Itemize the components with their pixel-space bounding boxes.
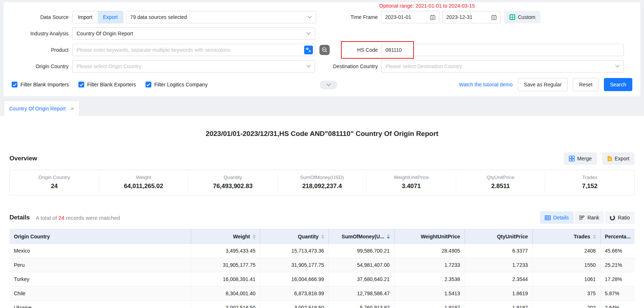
sort-icon (321, 234, 324, 239)
chevron-down-icon (615, 65, 620, 68)
tab-label: Country Of Origin Report (9, 106, 66, 112)
view-button-label: Rank (587, 215, 600, 221)
collapse-filters-button[interactable] (320, 81, 337, 89)
sort-icon (593, 234, 596, 239)
merge-button[interactable]: Merge (564, 152, 597, 165)
calendar-icon (430, 15, 435, 20)
table-row[interactable]: Peru31,905,177.7531,905,177.7554,981,407… (9, 258, 635, 272)
view-button-label: Details (553, 215, 569, 221)
table-header-row: Origin Country Weight Quantity SumOfMone… (9, 229, 635, 244)
export-toggle[interactable]: Export (98, 11, 123, 23)
reset-button[interactable]: Reset (573, 78, 599, 91)
custom-icon (509, 14, 515, 20)
records-matched-text: A total of24records were matched (36, 215, 120, 221)
svg-text:A: A (309, 49, 311, 53)
custom-range-button[interactable]: Custom (504, 11, 540, 23)
stat-weight-unit-price: WeightUnitPrice3.4071 (366, 174, 456, 191)
origin-country-label: Origin Country (12, 63, 69, 69)
merge-icon (569, 156, 575, 161)
sort-icon (253, 234, 256, 239)
end-date-value: 2023-12-31 (446, 14, 473, 20)
end-date-input[interactable]: 2023-12-31 (442, 11, 501, 23)
overview-heading: Overview (9, 155, 37, 162)
custom-button-label: Custom (518, 14, 535, 20)
stat-weight: Weight64,011,265.02 (99, 174, 188, 191)
tutorial-link[interactable]: Watch the tutorial demo (459, 82, 512, 87)
table-row[interactable]: Mexico3,495,433.4515,713,473.3699,586,70… (9, 244, 635, 258)
col-weight[interactable]: Weight (191, 229, 260, 244)
row-industry-analysis: Industry Analysis Country Of Origin Repo… (12, 27, 632, 40)
records-count: 24 (57, 215, 66, 221)
checkbox-checked-icon (146, 82, 151, 87)
view-rank-button[interactable]: Rank (575, 211, 604, 224)
view-ratio-button[interactable]: Ratio (605, 211, 635, 224)
data-source-select-value: 79 data sources selected (130, 14, 187, 20)
origin-country-placeholder: Please select Origin Country (77, 63, 141, 69)
table-row[interactable]: Chile8,304,001.406,873,818.9912,798,586.… (9, 286, 635, 301)
optional-range-hint: Optional range: 2021-01-01 to 2024-03-15 (379, 3, 475, 9)
col-trades[interactable]: Trades (532, 229, 600, 244)
table-row[interactable]: Ukraine3,002,518.503,002,518.505,760,913… (9, 301, 635, 308)
col-qty-unit-price: QtyUnitPrice (465, 229, 532, 244)
industry-analysis-value: Country Of Origin Report (77, 31, 133, 36)
import-toggle[interactable]: Import (73, 11, 98, 23)
translate-icon[interactable]: A (304, 46, 313, 54)
export-file-icon (607, 156, 612, 161)
data-source-toggle: Import Export (72, 11, 123, 23)
hs-code-input[interactable] (381, 44, 624, 56)
filter-blank-exporters-checkbox[interactable]: Filter Blank Exporters (78, 82, 136, 87)
donut-chart-icon (610, 215, 615, 221)
filter-panel: Optional range: 2021-01-01 to 2024-03-15… (4, 2, 640, 96)
product-label: Product (12, 47, 69, 53)
data-source-select[interactable]: 79 data sources selected (126, 11, 316, 23)
search-button[interactable]: Search (604, 78, 632, 91)
chevron-down-icon (306, 32, 311, 35)
table-icon (545, 215, 551, 220)
start-date-value: 2023-01-01 (385, 14, 411, 20)
time-frame-label: Time Frame (315, 14, 378, 20)
details-heading: Details (9, 214, 30, 221)
chevron-down-icon (306, 65, 311, 68)
stat-sum-of-money: SumOfMoney(USD)218,092,237.4 (277, 174, 366, 191)
industry-analysis-select[interactable]: Country Of Origin Report (72, 27, 315, 40)
col-weight-unit-price: WeightUnitPrice (394, 229, 465, 244)
col-quantity[interactable]: Quantity (260, 229, 329, 244)
filter-blank-importers-checkbox[interactable]: Filter Blank Importers (12, 82, 69, 87)
export-button[interactable]: Export (602, 152, 635, 165)
hs-code-label: HS Code (315, 47, 378, 53)
view-details-button[interactable]: Details (540, 211, 574, 224)
tab-country-of-origin-report[interactable]: Country Of Origin Report × (4, 101, 79, 116)
tab-bar: Country Of Origin Report × (0, 101, 644, 116)
calendar-icon (491, 15, 497, 20)
stat-trades: Trades7,152 (545, 174, 634, 191)
stat-origin-country: Origin Country24 (10, 174, 99, 191)
product-keywords-input[interactable] (72, 44, 315, 56)
report-content: 2023/01/01-2023/12/31,HS Code AND"081110… (0, 116, 644, 308)
start-date-input[interactable]: 2023-01-01 (381, 11, 439, 23)
close-icon[interactable]: × (71, 105, 74, 112)
checkbox-label: Filter Blank Importers (20, 82, 69, 87)
checkbox-label: Filter Blank Exporters (87, 82, 136, 87)
merge-button-label: Merge (577, 156, 592, 161)
col-sum-of-money[interactable]: SumOfMoney(U... (329, 229, 394, 244)
checkbox-checked-icon (78, 82, 84, 87)
table-row[interactable]: Turkey16,008,391.4116,004,666.9937,680,6… (9, 272, 635, 286)
chevron-down-icon (307, 16, 312, 19)
filter-logitics-company-checkbox[interactable]: Filter Logitics Company (146, 82, 207, 87)
details-table: Origin Country Weight Quantity SumOfMone… (9, 229, 635, 308)
origin-country-select[interactable]: Please select Origin Country (72, 60, 315, 73)
row-countries: Origin Country Please select Origin Coun… (12, 60, 632, 73)
destination-country-select[interactable]: Please select Destination Country (381, 60, 624, 73)
col-percentage: Percenta... (600, 229, 635, 244)
sort-icon-descending (387, 234, 390, 239)
overview-stats-card: Origin Country24 Weight64,011,265.02 Qua… (9, 170, 635, 195)
destination-country-placeholder: Please select Destination Country (385, 63, 462, 69)
save-as-regular-button[interactable]: Save as Regular (518, 78, 568, 91)
row-product-hscode: Product A HS Code (12, 44, 632, 56)
row-data-source: Data Source Import Export 79 data source… (12, 11, 632, 23)
data-source-label: Data Source (12, 14, 69, 20)
destination-country-label: Destination Country (315, 63, 378, 69)
stat-quantity: Quantity76,493,902.83 (188, 174, 277, 191)
industry-analysis-label: Industry Analysis (12, 31, 69, 36)
row-actions: Filter Blank Importers Filter Blank Expo… (12, 78, 632, 91)
